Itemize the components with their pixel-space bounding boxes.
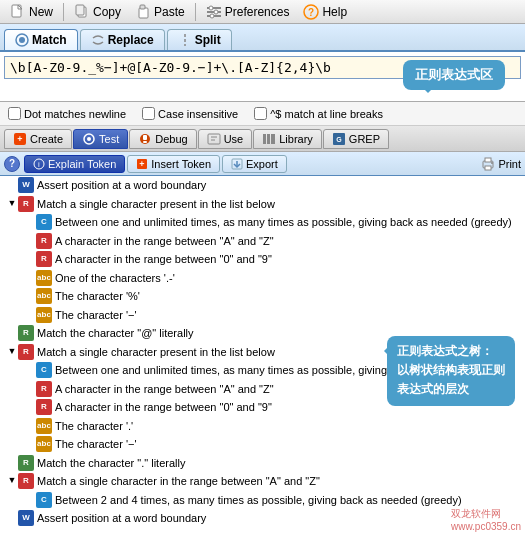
match-icon bbox=[15, 33, 29, 47]
tab-split[interactable]: Split bbox=[167, 29, 232, 50]
tab-match[interactable]: Match bbox=[4, 29, 78, 50]
debug-label: Debug bbox=[155, 133, 187, 145]
range-icon: R bbox=[36, 381, 52, 397]
tree-arrow[interactable]: ▼ bbox=[6, 473, 18, 489]
grep-label: GREP bbox=[349, 133, 380, 145]
insert-label: Insert Token bbox=[151, 158, 211, 170]
tab-test[interactable]: Test bbox=[73, 129, 128, 149]
list-item: abcOne of the characters '.-' bbox=[0, 269, 525, 288]
debug-icon bbox=[138, 132, 152, 146]
use-label: Use bbox=[224, 133, 244, 145]
char-icon: abc bbox=[36, 418, 52, 434]
list-item: abcThe character '−' bbox=[0, 435, 525, 454]
preferences-label: Preferences bbox=[225, 5, 290, 19]
list-item: ▼RMatch a single character present in th… bbox=[0, 195, 525, 214]
tree-arrow bbox=[24, 214, 36, 230]
library-icon bbox=[262, 132, 276, 146]
print-button[interactable]: Print bbox=[481, 157, 521, 171]
help-button[interactable]: ? Help bbox=[297, 2, 353, 22]
svg-rect-3 bbox=[76, 5, 84, 15]
dot-matches-option[interactable]: Dot matches newline bbox=[8, 107, 126, 120]
list-item: WAssert position at a word boundary bbox=[0, 509, 525, 528]
tertiary-tab-bar: ? i Explain Token + Insert Token Export … bbox=[0, 152, 525, 176]
tab-grep[interactable]: G GREP bbox=[323, 129, 389, 149]
char-icon: abc bbox=[36, 436, 52, 452]
export-icon bbox=[231, 158, 243, 170]
tree-arrow[interactable]: ▼ bbox=[6, 196, 18, 212]
case-insensitive-checkbox[interactable] bbox=[142, 107, 155, 120]
library-label: Library bbox=[279, 133, 313, 145]
export-label: Export bbox=[246, 158, 278, 170]
paste-label: Paste bbox=[154, 5, 185, 19]
insert-icon: + bbox=[136, 158, 148, 170]
literal-icon: R bbox=[18, 455, 34, 471]
svg-rect-28 bbox=[267, 134, 270, 144]
tab-use[interactable]: Use bbox=[198, 129, 253, 149]
replace-icon bbox=[91, 33, 105, 47]
caret-match-option[interactable]: ^$ match at line breaks bbox=[254, 107, 383, 120]
new-button[interactable]: New bbox=[4, 2, 59, 22]
test-label: Test bbox=[99, 133, 119, 145]
range-icon: R bbox=[36, 399, 52, 415]
list-item: abcThe character '.' bbox=[0, 417, 525, 436]
use-icon bbox=[207, 132, 221, 146]
tree-arrow bbox=[6, 510, 18, 526]
tree-arrow bbox=[24, 288, 36, 304]
between-icon: C bbox=[36, 362, 52, 378]
literal-icon: R bbox=[18, 325, 34, 341]
caret-match-checkbox[interactable] bbox=[254, 107, 267, 120]
replace-label: Replace bbox=[108, 33, 154, 47]
tab-replace[interactable]: Replace bbox=[80, 29, 165, 50]
copy-label: Copy bbox=[93, 5, 121, 19]
tree-item-text: A character in the range between "A" and… bbox=[55, 233, 523, 250]
list-item: CBetween 2 and 4 times, as many times as… bbox=[0, 491, 525, 510]
tree-arrow bbox=[24, 381, 36, 397]
help-small-button[interactable]: ? bbox=[4, 156, 20, 172]
secondary-tab-bar: + Create Test Debug Use Library bbox=[0, 126, 525, 152]
tree-arrow[interactable]: ▼ bbox=[6, 344, 18, 360]
list-item: WAssert position at a word boundary bbox=[0, 176, 525, 195]
svg-rect-24 bbox=[208, 134, 220, 144]
svg-rect-23 bbox=[143, 141, 147, 143]
dot-matches-label: Dot matches newline bbox=[24, 108, 126, 120]
tree-arrow bbox=[24, 436, 36, 452]
tree-item-text: Match the character "." literally bbox=[37, 455, 523, 472]
tab-export[interactable]: Export bbox=[222, 155, 287, 173]
list-item: RA character in the range between "A" an… bbox=[0, 232, 525, 251]
svg-point-10 bbox=[214, 10, 218, 14]
copy-button[interactable]: Copy bbox=[68, 2, 127, 22]
dot-matches-checkbox[interactable] bbox=[8, 107, 21, 120]
paste-button[interactable]: Paste bbox=[129, 2, 191, 22]
match-icon: R bbox=[18, 344, 34, 360]
list-item: RMatch the character "." literally bbox=[0, 454, 525, 473]
preferences-button[interactable]: Preferences bbox=[200, 2, 296, 22]
tab-debug[interactable]: Debug bbox=[129, 129, 196, 149]
tab-explain[interactable]: i Explain Token bbox=[24, 155, 125, 173]
char-icon: abc bbox=[36, 288, 52, 304]
new-icon bbox=[10, 4, 26, 20]
tab-library[interactable]: Library bbox=[253, 129, 322, 149]
regex-bubble: 正则表达式区 bbox=[403, 60, 505, 90]
svg-rect-27 bbox=[263, 134, 266, 144]
tree-arrow bbox=[24, 307, 36, 323]
regex-area: 正则表达式区 bbox=[0, 52, 525, 102]
split-label: Split bbox=[195, 33, 221, 47]
create-icon: + bbox=[13, 132, 27, 146]
caret-match-label: ^$ match at line breaks bbox=[270, 108, 383, 120]
explain-label: Explain Token bbox=[48, 158, 116, 170]
tab-insert[interactable]: + Insert Token bbox=[127, 155, 220, 173]
tab-create[interactable]: + Create bbox=[4, 129, 72, 149]
create-label: Create bbox=[30, 133, 63, 145]
list-item: RA character in the range between "0" an… bbox=[0, 250, 525, 269]
tree-arrow bbox=[6, 325, 18, 341]
tree-item-text: A character in the range between "0" and… bbox=[55, 251, 523, 268]
tree-arrow bbox=[24, 399, 36, 415]
tree-arrow bbox=[24, 362, 36, 378]
tree-area: WAssert position at a word boundary▼RMat… bbox=[0, 176, 525, 536]
char-icon: abc bbox=[36, 307, 52, 323]
case-insensitive-option[interactable]: Case insensitive bbox=[142, 107, 238, 120]
word-icon: W bbox=[18, 510, 34, 526]
range-icon: R bbox=[36, 233, 52, 249]
tree-item-text: The character '−' bbox=[55, 436, 523, 453]
char-icon: abc bbox=[36, 270, 52, 286]
